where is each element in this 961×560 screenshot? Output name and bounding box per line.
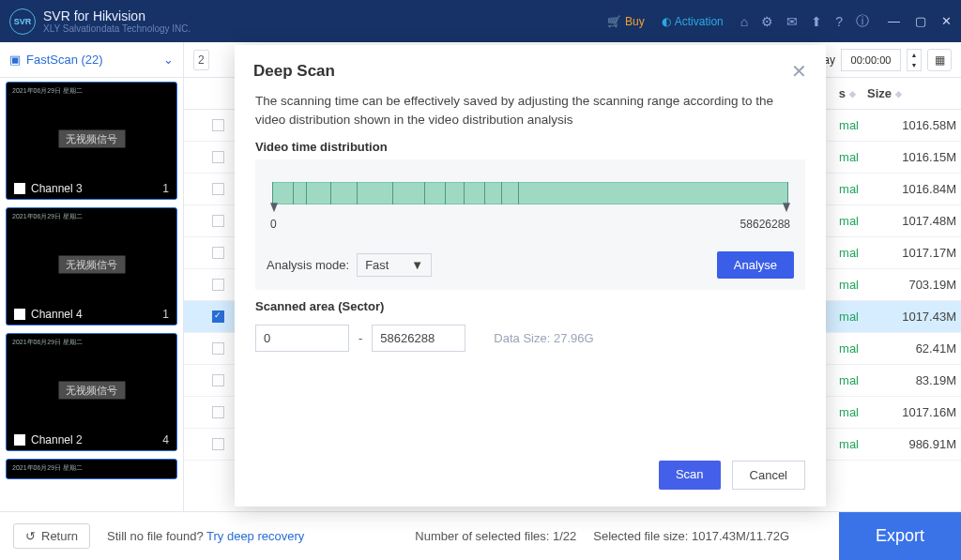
row-checkbox[interactable] [212,151,224,163]
return-button[interactable]: ↺ Return [13,523,90,549]
upload-icon[interactable]: ⬆ [811,14,822,29]
scan-button[interactable]: Scan [659,461,721,490]
fastscan-label: FastScan (22) [26,53,103,67]
activation-label: Activation [675,15,724,28]
row-status: mal [821,118,859,132]
scan-icon: ▣ [9,53,21,67]
fastscan-tab[interactable]: ▣ FastScan (22) ⌄ [0,42,183,78]
size-header[interactable]: Size [867,86,892,100]
no-signal-label: 无视频信号 [58,129,125,147]
distribution-heading: Video time distribution [235,140,826,159]
row-size: 1016.58M [881,118,956,132]
channel-label: Channel 2 [31,433,83,446]
channel-index: 1 [162,182,169,195]
distribution-panel: 0 58626288 Analysis mode: Fast ▼ Analyse [255,159,805,290]
range-end-handle[interactable] [783,203,790,212]
row-status: mal [821,182,859,196]
channel-thumb[interactable]: 2021年06月29日 星期二 [6,459,177,479]
distribution-bar[interactable] [267,174,794,212]
chevron-down-icon: ⌄ [163,53,174,67]
row-size: 1017.48M [881,214,956,228]
export-button[interactable]: Export [839,512,961,561]
row-size: 703.19M [881,278,956,292]
titlebar: SVR SVR for Hikvision XLY Salvationdata … [0,0,961,42]
help-icon[interactable]: ? [835,14,843,29]
row-checkbox[interactable] [212,438,224,450]
row-checkbox[interactable] [212,215,224,227]
home-icon[interactable]: ⌂ [740,14,748,29]
cancel-button[interactable]: Cancel [732,461,805,490]
toolbar-icons: ⌂ ⚙ ✉ ⬆ ? ⓘ [740,13,869,30]
row-checkbox[interactable] [212,342,224,355]
modal-footer: Scan Cancel [235,447,826,507]
deep-scan-modal: Deep Scan ✕ The scanning time can be eff… [235,45,826,507]
thumb-checkbox[interactable] [14,309,25,320]
calendar-icon[interactable]: ▦ [927,49,952,71]
row-status: mal [821,150,859,164]
channel-label: Channel 4 [31,308,83,321]
no-signal-label: 无视频信号 [58,381,125,399]
mail-icon[interactable]: ✉ [786,14,798,29]
channel-thumb[interactable]: 2021年06月29日 星期二 无视频信号 Channel 2 4 [6,333,177,451]
range-end-label: 58626288 [740,218,790,231]
analysis-mode-value: Fast [365,258,389,272]
status-header[interactable]: s [839,86,846,100]
dropdown-icon: ▼ [411,258,423,272]
scanned-area-row: 0 - 58626288 Data Size: 27.96G [235,319,826,352]
maximize-button[interactable]: ▢ [915,14,926,28]
row-status: mal [821,214,859,228]
sort-icon[interactable]: ◆ [895,89,902,98]
thumb-timestamp: 2021年06月29日 星期二 [12,338,83,347]
scan-to-input[interactable]: 58626288 [372,325,465,352]
scanned-area-heading: Scanned area (Sector) [235,299,826,319]
channel-thumb[interactable]: 2021年06月29日 星期二 无视频信号 Channel 3 1 [6,82,177,200]
activation-link[interactable]: ◐ Activation [662,15,724,28]
minimize-button[interactable]: — [888,14,900,28]
app-title: SVR for Hikvision [43,8,191,23]
row-checkbox[interactable] [212,310,224,323]
modal-close-button[interactable]: ✕ [791,60,807,83]
thumb-footer: Channel 4 1 [7,304,176,325]
range-dash: - [358,331,362,345]
row-checkbox[interactable] [212,374,224,386]
undo-icon: ↺ [25,529,36,543]
row-size: 1017.17M [881,246,956,260]
data-size-label: Data Size: 27.96G [494,331,593,345]
try-deep-link[interactable]: Try deep recovery [206,529,304,543]
row-status: mal [821,341,859,356]
selected-size: Selected file size: 1017.43M/11.72G [593,529,789,543]
row-checkbox[interactable] [212,406,224,418]
buy-link[interactable]: 🛒 Buy [607,15,645,28]
row-status: mal [821,373,859,387]
row-status: mal [821,437,859,451]
row-checkbox[interactable] [212,183,224,195]
thumb-footer: Channel 3 1 [7,178,176,199]
time-spinner[interactable]: ▲▼ [907,49,922,71]
row-checkbox[interactable] [212,119,224,131]
range-start-handle[interactable] [270,203,278,212]
scan-from-input[interactable]: 0 [255,325,349,352]
row-status: mal [821,405,859,419]
thumb-checkbox[interactable] [14,434,25,446]
app-logo: SVR [9,8,36,35]
analysis-mode-select[interactable]: Fast ▼ [357,253,432,277]
channel-index: 1 [162,308,169,321]
row-checkbox[interactable] [212,279,224,291]
row-size: 1017.16M [881,405,956,419]
thumb-checkbox[interactable] [14,183,25,194]
thumb-timestamp: 2021年06月29日 星期二 [12,463,83,473]
footer: ↺ Return Still no file found? Try deep r… [0,511,961,560]
settings-icon[interactable]: ⚙ [761,14,773,29]
analyse-button[interactable]: Analyse [717,251,794,279]
sort-icon[interactable]: ◆ [849,89,856,98]
row-checkbox[interactable] [212,247,224,259]
selected-count: Number of selected files: 1/22 [415,529,576,543]
filter-field[interactable]: 2 [193,50,209,70]
row-size: 62.41M [881,341,956,356]
info-icon[interactable]: ⓘ [856,13,869,30]
row-status: mal [821,246,859,260]
close-button[interactable]: ✕ [941,14,952,28]
time-field[interactable]: 00:00:00 [841,49,901,71]
channel-thumbnails: 2021年06月29日 星期二 无视频信号 Channel 3 1 2021年0… [0,78,183,511]
channel-thumb[interactable]: 2021年06月29日 星期二 无视频信号 Channel 4 1 [6,207,177,325]
